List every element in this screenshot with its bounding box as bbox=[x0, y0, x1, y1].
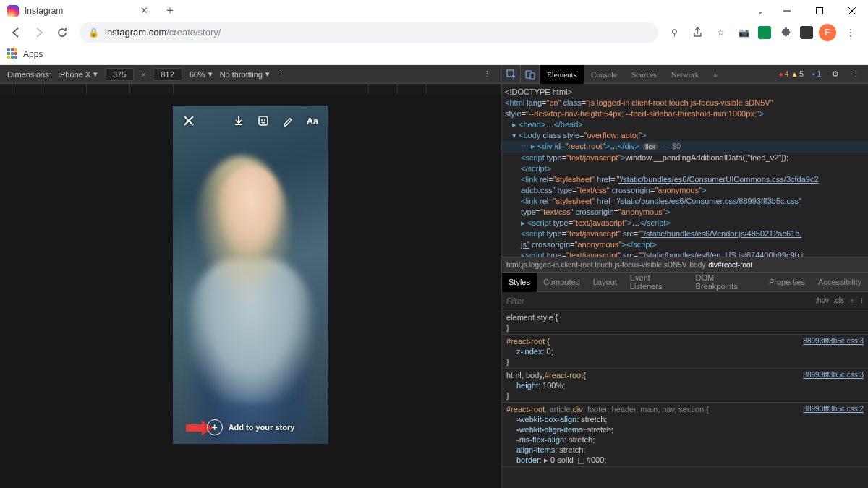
browser-tab-strip: Instagram ✕ ＋ ⌄ bbox=[0, 0, 868, 21]
svg-rect-6 bbox=[259, 116, 268, 125]
crumb-root[interactable]: div#react-root bbox=[708, 261, 752, 269]
inspect-element-icon[interactable] bbox=[502, 65, 521, 84]
add-to-story-button[interactable]: + Add to your story bbox=[173, 419, 328, 435]
url-input[interactable]: 🔒 instagram.com/create/story/ bbox=[80, 22, 658, 43]
url-path: /create/story/ bbox=[166, 27, 221, 38]
tab-styles[interactable]: Styles bbox=[502, 273, 537, 292]
error-badge[interactable]: 4 5 bbox=[775, 69, 807, 79]
text-icon[interactable]: Aa bbox=[305, 114, 320, 128]
share-icon[interactable] bbox=[689, 24, 706, 41]
gear-icon[interactable]: ⚙ bbox=[826, 65, 845, 84]
bookmark-bar: Apps bbox=[0, 43, 868, 65]
close-tab-icon[interactable]: ✕ bbox=[138, 5, 150, 17]
crumb-body[interactable]: body bbox=[690, 261, 706, 269]
phone-screen[interactable]: Aa + Add to your story bbox=[173, 106, 328, 444]
wifi-icon: ⋮ bbox=[277, 69, 285, 79]
tab-title: Instagram bbox=[25, 6, 132, 16]
device-toolbar: Dimensions: iPhone X ▾ × 66% ▾ No thrott… bbox=[0, 65, 501, 84]
tab-event-listeners[interactable]: Event Listeners bbox=[624, 273, 689, 292]
styles-tab-bar: Styles Computed Layout Event Listeners D… bbox=[502, 273, 868, 292]
tab-computed[interactable]: Computed bbox=[537, 273, 587, 292]
styles-more-icon[interactable]: ⫶ bbox=[860, 296, 864, 304]
menu-dots-icon[interactable]: ⋮ bbox=[842, 24, 859, 41]
extension-dark-icon[interactable] bbox=[800, 26, 813, 39]
tab-properties[interactable]: Properties bbox=[762, 273, 812, 292]
location-icon[interactable]: ⚲ bbox=[665, 24, 683, 41]
star-icon[interactable]: ☆ bbox=[712, 24, 729, 41]
devtools-menu-icon[interactable]: ⋮ bbox=[846, 65, 865, 84]
devtools-panel: Elements Console Sources Network » 4 5 1… bbox=[501, 65, 868, 488]
stylesheet-link[interactable]: 88993fff3b5c.css:3 bbox=[803, 370, 864, 380]
stylesheet-link[interactable]: 88993fff3b5c.css:2 bbox=[803, 404, 864, 414]
styles-panel[interactable]: element.style { } #react-root {88993fff3… bbox=[502, 309, 868, 488]
throttle-selector[interactable]: No throttling ▾ bbox=[220, 69, 270, 79]
responsive-viewport: Dimensions: iPhone X ▾ × 66% ▾ No thrott… bbox=[0, 65, 501, 488]
color-swatch[interactable] bbox=[578, 458, 584, 464]
times-separator: × bbox=[141, 70, 145, 79]
back-button[interactable] bbox=[6, 22, 26, 43]
device-more-icon[interactable]: ⋮ bbox=[480, 69, 494, 79]
device-selector[interactable]: iPhone X ▾ bbox=[59, 69, 98, 79]
close-window-button[interactable] bbox=[835, 0, 868, 21]
tab-layout[interactable]: Layout bbox=[587, 273, 624, 292]
download-icon[interactable] bbox=[231, 114, 246, 128]
story-toolbar: Aa bbox=[173, 106, 328, 136]
plus-circle-icon: + bbox=[207, 419, 223, 435]
svg-point-8 bbox=[264, 119, 265, 121]
apps-grid-icon[interactable] bbox=[7, 48, 19, 60]
new-rule-icon[interactable]: ＋ bbox=[848, 296, 856, 306]
styles-filter-input[interactable] bbox=[506, 296, 811, 305]
toolbar-icons: ⚲ ☆ 📷 F ⋮ bbox=[665, 24, 862, 41]
height-input[interactable] bbox=[153, 68, 182, 81]
reload-button[interactable] bbox=[52, 22, 72, 43]
stylesheet-link[interactable]: 88993fff3b5c.css:3 bbox=[803, 336, 864, 346]
cls-toggle[interactable]: .cls bbox=[833, 296, 844, 304]
phone-preview-area: Aa + Add to your story bbox=[0, 94, 501, 488]
address-bar: 🔒 instagram.com/create/story/ ⚲ ☆ 📷 F ⋮ bbox=[0, 21, 868, 43]
ruler bbox=[0, 84, 501, 94]
tab-elements[interactable]: Elements bbox=[540, 65, 584, 84]
tab-sources[interactable]: Sources bbox=[624, 65, 664, 84]
sticker-icon[interactable] bbox=[256, 114, 271, 128]
extensions-puzzle-icon[interactable] bbox=[777, 24, 794, 41]
extension-green-icon[interactable] bbox=[758, 26, 771, 39]
tab-network[interactable]: Network bbox=[664, 65, 707, 84]
device-toggle-icon[interactable] bbox=[521, 65, 540, 84]
styles-filter-bar: :hov .cls ＋ ⫶ bbox=[502, 292, 868, 309]
svg-rect-11 bbox=[530, 73, 535, 79]
apps-label[interactable]: Apps bbox=[23, 49, 43, 59]
profile-avatar[interactable]: F bbox=[819, 24, 836, 41]
devtools-tab-bar: Elements Console Sources Network » 4 5 1… bbox=[502, 65, 868, 84]
draw-icon[interactable] bbox=[281, 114, 295, 128]
width-input[interactable] bbox=[105, 68, 134, 81]
new-tab-button[interactable]: ＋ bbox=[160, 1, 180, 21]
svg-point-7 bbox=[261, 119, 263, 121]
dimensions-label: Dimensions: bbox=[7, 70, 51, 79]
tab-dom-breakpoints[interactable]: DOM Breakpoints bbox=[689, 273, 762, 292]
forward-button[interactable] bbox=[29, 22, 49, 43]
crumb-html[interactable]: html.js.logged-in.client-root.touch.js-f… bbox=[506, 261, 687, 269]
dom-tree[interactable]: <!DOCTYPE html> <html lang="en" class="j… bbox=[502, 84, 868, 257]
lock-icon: 🔒 bbox=[88, 27, 99, 38]
camera-extension-icon[interactable]: 📷 bbox=[735, 24, 752, 41]
minimize-button[interactable] bbox=[770, 0, 803, 21]
url-domain: instagram.com bbox=[105, 27, 166, 38]
browser-tab[interactable]: Instagram ✕ bbox=[0, 0, 156, 21]
chevron-down-icon[interactable]: ⌄ bbox=[750, 6, 770, 16]
close-story-icon[interactable] bbox=[182, 114, 196, 128]
tab-console[interactable]: Console bbox=[584, 65, 624, 84]
add-to-story-label: Add to your story bbox=[229, 423, 295, 432]
zoom-selector[interactable]: 66% ▾ bbox=[190, 69, 213, 79]
hov-toggle[interactable]: :hov bbox=[815, 296, 829, 304]
maximize-button[interactable] bbox=[803, 0, 835, 21]
info-badge[interactable]: 1 bbox=[809, 69, 825, 79]
devtools-container: Dimensions: iPhone X ▾ × 66% ▾ No thrott… bbox=[0, 65, 868, 488]
tab-more-icon[interactable]: » bbox=[706, 65, 725, 84]
instagram-favicon bbox=[7, 5, 19, 17]
breadcrumb[interactable]: html.js.logged-in.client-root.touch.js-f… bbox=[502, 257, 868, 273]
tab-accessibility[interactable]: Accessibility bbox=[812, 273, 868, 292]
svg-rect-1 bbox=[816, 7, 822, 14]
